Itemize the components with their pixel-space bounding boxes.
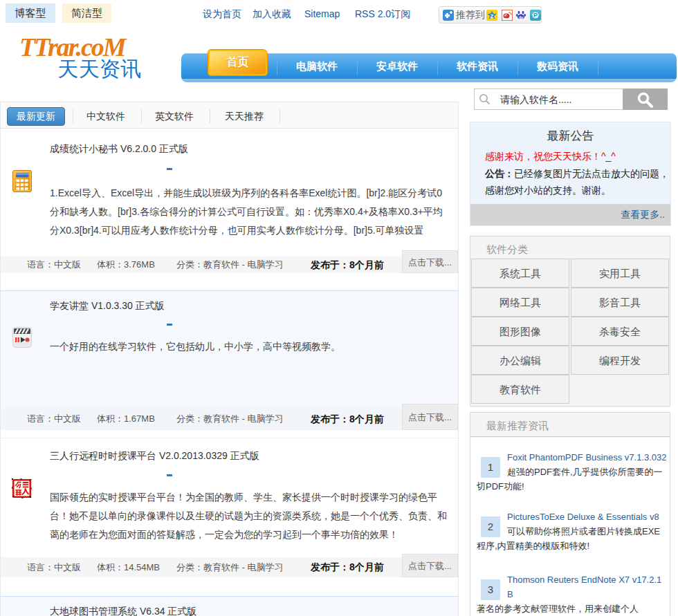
- svg-text:P: P: [533, 12, 538, 19]
- svg-text:du: du: [519, 15, 524, 19]
- svg-text:z: z: [491, 12, 494, 19]
